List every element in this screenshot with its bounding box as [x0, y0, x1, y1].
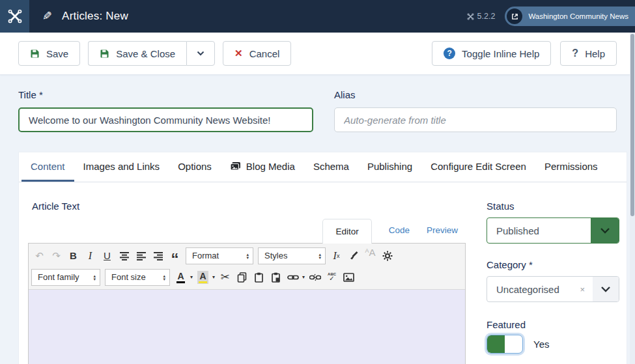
undo-icon[interactable]: ↶	[31, 247, 48, 264]
font-big-glyph: A	[369, 247, 376, 257]
alias-input[interactable]	[334, 107, 617, 132]
tab-configure-edit-screen[interactable]: Configure Edit Screen	[421, 152, 535, 182]
tab-permissions[interactable]: Permissions	[535, 152, 607, 182]
align-left-icon[interactable]	[133, 247, 149, 264]
tab-blog-media-label: Blog Media	[246, 161, 295, 172]
tab-publishing[interactable]: Publishing	[358, 152, 421, 182]
title-label: Title *	[18, 89, 313, 100]
category-select[interactable]: Uncategorised ×	[487, 276, 619, 302]
mode-preview-label: Preview	[427, 225, 458, 235]
save-button[interactable]: Save	[18, 41, 80, 66]
text-color-glyph: A	[176, 272, 184, 283]
status-dropdown-toggle[interactable]	[591, 218, 619, 243]
styles-dropdown[interactable]: Styles ▴▾	[258, 247, 326, 264]
save-floppy-icon	[30, 49, 40, 59]
chevron-down-icon	[600, 286, 611, 292]
joomla-logo-button[interactable]	[0, 0, 29, 33]
font-size-label: Font size	[111, 272, 146, 282]
highlight-caret-icon[interactable]: ▾	[212, 274, 215, 280]
featured-toggle[interactable]	[487, 335, 523, 354]
tab-blog-media[interactable]: Blog Media	[221, 152, 304, 182]
italic-icon[interactable]: I	[82, 247, 98, 264]
tab-permissions-label: Permissions	[544, 161, 598, 172]
blockquote-icon[interactable]: “	[167, 247, 183, 264]
preview-site-button[interactable]: Washington Community News	[505, 7, 635, 26]
mode-link-code[interactable]: Code	[389, 225, 410, 243]
tab-images-and-links[interactable]: Images and Links	[74, 152, 169, 182]
paste-as-text-icon[interactable]	[268, 269, 284, 286]
cut-scissors-icon[interactable]: ✂	[217, 269, 233, 286]
underline-icon[interactable]: U	[99, 247, 115, 264]
bold-icon[interactable]: B	[65, 247, 81, 264]
clean-brush-icon[interactable]	[345, 247, 361, 264]
save-close-floppy-icon	[100, 49, 109, 59]
text-color-icon[interactable]: A	[173, 269, 189, 286]
save-options-dropdown-button[interactable]	[186, 41, 215, 66]
font-size-dropdown[interactable]: Font size ▴▾	[105, 269, 170, 286]
save-group: Save	[18, 41, 80, 66]
spellcheck-icon[interactable]: ABC✓	[324, 269, 340, 286]
redo-icon[interactable]: ↷	[48, 247, 64, 264]
title-alias-row: Title * Alias	[0, 75, 635, 132]
align-right-icon[interactable]	[150, 247, 166, 264]
cancel-button[interactable]: ✕ Cancel	[223, 41, 291, 66]
page-scrollbar[interactable]	[630, 33, 635, 364]
status-select[interactable]: Published	[487, 217, 619, 244]
category-dropdown-toggle[interactable]	[593, 277, 619, 301]
site-name-label: Washington Community News	[528, 12, 628, 20]
tab-options[interactable]: Options	[169, 152, 221, 182]
save-and-close-label: Save & Close	[116, 48, 175, 59]
gear-icon[interactable]	[379, 247, 395, 264]
blog-media-images-icon	[230, 161, 241, 171]
tab-publishing-label: Publishing	[367, 161, 412, 172]
highlight-color-icon[interactable]: A	[195, 269, 211, 286]
cancel-label: Cancel	[249, 48, 280, 59]
insert-image-icon[interactable]	[341, 269, 357, 286]
tab-content[interactable]: Content	[21, 152, 74, 182]
external-link-circle	[507, 8, 522, 24]
font-family-dropdown[interactable]: Font family ▴▾	[31, 269, 100, 286]
format-dropdown[interactable]: Format ▴▾	[186, 247, 253, 264]
save-and-close-button[interactable]: Save & Close	[88, 41, 186, 66]
category-clear-icon[interactable]: ×	[580, 285, 585, 294]
tinymce-toolbar: ↶ ↷ B I U “	[29, 244, 465, 290]
joomla-mini-logo-icon	[467, 13, 474, 20]
editor-header: Article Text Editor Code Preview	[28, 182, 466, 243]
title-input[interactable]	[18, 107, 313, 132]
unlink-icon[interactable]	[307, 269, 323, 286]
spinner-arrows-icon: ▴▾	[93, 274, 96, 281]
version-number: 5.2.2	[477, 12, 496, 21]
paste-icon[interactable]	[251, 269, 267, 286]
category-value: Uncategorised	[487, 277, 580, 301]
tab-schema[interactable]: Schema	[304, 152, 358, 182]
alias-label: Alias	[334, 89, 617, 100]
editor-canvas[interactable]	[29, 290, 465, 364]
align-center-icon[interactable]	[116, 247, 132, 264]
tab-images-label: Images and Links	[83, 161, 160, 172]
joomla-logo-icon	[7, 8, 23, 24]
mode-link-preview[interactable]: Preview	[427, 225, 458, 243]
chevron-down-icon	[197, 51, 205, 56]
text-color-caret-icon[interactable]: ▾	[190, 274, 193, 280]
tab-configure-label: Configure Edit Screen	[430, 161, 526, 172]
link-icon[interactable]	[285, 269, 301, 286]
mode-tab-editor[interactable]: Editor	[322, 219, 371, 244]
question-circle-icon: ?	[444, 48, 455, 59]
cancel-x-icon: ✕	[234, 48, 243, 59]
article-text-label: Article Text	[32, 201, 79, 212]
scrollbar-thumb[interactable]	[630, 34, 634, 216]
copy-icon[interactable]	[234, 269, 250, 286]
category-label: Category *	[487, 259, 619, 270]
chevron-down-icon	[600, 227, 610, 234]
underline-glyph: U	[104, 250, 111, 261]
help-button[interactable]: ? Help	[560, 41, 617, 66]
clear-formatting-icon[interactable]: Ix	[328, 247, 345, 264]
link-caret-icon[interactable]: ▾	[302, 274, 305, 280]
spinner-arrows-icon: ▴▾	[246, 253, 249, 259]
page-title: Articles: New	[62, 10, 128, 23]
status-value: Published	[487, 218, 591, 243]
help-label: Help	[585, 48, 605, 59]
toggle-inline-help-button[interactable]: ? Toggle Inline Help	[432, 41, 551, 66]
font-select-icon[interactable]: AA	[362, 247, 378, 264]
styles-dropdown-label: Styles	[264, 251, 287, 260]
